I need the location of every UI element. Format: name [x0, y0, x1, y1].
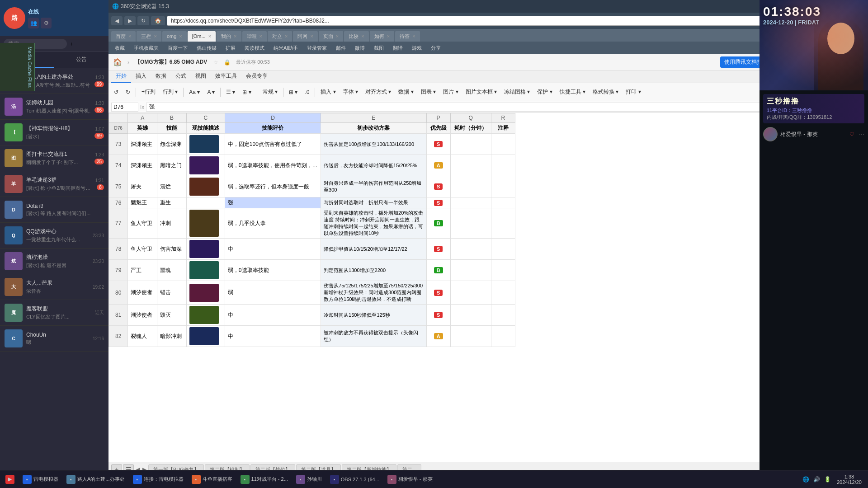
bookmark-item[interactable]: 收藏 [111, 44, 128, 52]
shortcut-btn[interactable]: 快捷工具 ▾ [557, 87, 588, 97]
bookmark-item[interactable]: 游戏 [408, 44, 425, 52]
bookmark-item[interactable]: 扩展 [222, 44, 239, 52]
taskbar-item[interactable]: ▪ 相爱恨早 - 那英 [384, 474, 436, 485]
hero-cell[interactable]: 鱼人守卫 [128, 239, 157, 260]
skill-cell[interactable]: 黑暗之门 [157, 155, 187, 176]
browser-tab[interactable]: 百度× [111, 31, 136, 42]
taskbar-item[interactable]: ▪ OBS 27.1.3 (64... [326, 474, 383, 485]
hero-cell[interactable]: 裂魂人 [128, 326, 157, 347]
network-tray-icon[interactable]: 🌐 [802, 475, 811, 484]
bookmark-item[interactable]: 分享 [427, 44, 444, 52]
cost-cell[interactable] [450, 260, 491, 281]
taskbar-item[interactable]: ▪ 11对战平台 - 2... [237, 474, 292, 485]
cost-cell[interactable] [450, 305, 491, 326]
image-text-btn[interactable]: 图片文本框 ▾ [463, 87, 500, 97]
desc-cell[interactable] [186, 208, 225, 239]
note-cell[interactable] [491, 239, 515, 260]
priority-cell[interactable]: S [426, 134, 450, 155]
desc-cell[interactable] [186, 326, 225, 347]
eval-cell[interactable]: 弱，0选取率技能 [225, 260, 321, 281]
note-cell[interactable] [491, 197, 515, 208]
announcement-tab[interactable]: 公告 [54, 52, 108, 68]
browser-tab[interactable]: omg× [162, 31, 187, 42]
sheet-home-icon[interactable]: 🏠 [113, 58, 122, 66]
taskbar-item[interactable]: ▪ 孙铀川 [292, 474, 326, 485]
hero-cell[interactable]: 潮汐使者 [128, 281, 157, 305]
eval-cell[interactable]: 中 [225, 326, 321, 347]
upgrade-cell[interactable]: 受到来自英雄的攻击时，额外增加20%的攻击速度 持续时间：冲刺开启期间一直生效，… [321, 208, 427, 239]
hero-cell[interactable]: 潮汐使者 [128, 305, 157, 326]
desc-cell[interactable] [186, 197, 225, 208]
chat-list-item[interactable]: C ChouUn 嗯 12:16 [0, 326, 108, 352]
add-icon[interactable]: ＋ [69, 40, 74, 48]
cost-cell[interactable] [450, 176, 491, 197]
bookmark-item[interactable]: 截图 [370, 44, 387, 52]
tab-close-icon[interactable]: × [234, 33, 236, 39]
cost-cell[interactable] [450, 155, 491, 176]
eval-cell[interactable]: 强 [225, 197, 321, 208]
font-size-btn[interactable]: Aa ▾ [186, 88, 203, 97]
back-button[interactable]: ◀ [111, 16, 123, 25]
sheet-menu-item[interactable]: 开始 [111, 70, 131, 83]
format-convert-btn[interactable]: 格式转换 ▾ [590, 87, 621, 97]
upgrade-cell[interactable]: 冷却时间从150秒降低至125秒 [321, 305, 427, 326]
font-size-val[interactable]: A ▾ [204, 88, 217, 97]
cost-cell[interactable] [450, 326, 491, 347]
formula-input[interactable] [146, 103, 865, 112]
font-tool-btn[interactable]: 字体 ▾ [340, 87, 361, 97]
cost-cell[interactable] [450, 239, 491, 260]
col-header-a[interactable]: A [128, 113, 157, 123]
browser-tab[interactable]: 对立× [268, 31, 292, 42]
upgrade-cell[interactable]: 伤害从固定100点增加至100/133/166/200 [321, 134, 427, 155]
browser-tab[interactable]: [Om...× [188, 31, 216, 42]
browser-tab[interactable]: 哔哩× [242, 31, 267, 42]
hero-cell[interactable]: 深渊领主 [128, 134, 157, 155]
home-button[interactable]: 🏠 [151, 16, 165, 25]
taskbar-item[interactable]: ▪ 连接：雷电模拟器 [129, 474, 187, 485]
chat-list-item[interactable]: 汤 汤姆幼儿园 Tomi机器人速递[符号]跟号机: 1:30 66 [0, 94, 108, 120]
print-btn[interactable]: 打印 ▾ [623, 87, 643, 97]
bookmark-item[interactable]: 手机收藏夹 [130, 44, 162, 52]
browser-tab[interactable]: 待答× [395, 31, 420, 42]
forward-button[interactable]: ▶ [124, 16, 136, 25]
priority-cell[interactable]: S [426, 176, 450, 197]
cost-cell[interactable] [450, 281, 491, 305]
tab-close-icon[interactable]: × [154, 33, 156, 39]
tab-close-icon[interactable]: × [387, 33, 390, 39]
bookmark-item[interactable]: 登录管家 [303, 44, 330, 52]
taskbar-item[interactable]: ▪ 斗鱼直播搭客 [188, 474, 236, 485]
hero-cell[interactable]: 屠夫 [128, 176, 157, 197]
sheet-menu-item[interactable]: 插入 [131, 70, 151, 83]
note-cell[interactable] [491, 176, 515, 197]
hero-cell[interactable]: 深渊领主 [128, 155, 157, 176]
col-header-q[interactable]: Q [450, 113, 491, 123]
note-cell[interactable] [491, 281, 515, 305]
bookmark-item[interactable]: 微博 [351, 44, 368, 52]
bookmark-item[interactable]: 纳米AI助手 [270, 44, 302, 52]
sheet-menu-item[interactable]: 视图 [191, 70, 211, 83]
desc-cell[interactable] [186, 239, 225, 260]
col-header-d[interactable]: D [225, 113, 321, 123]
insert-tool-btn[interactable]: 插入 ▾ [318, 87, 338, 97]
volume-tray-icon[interactable]: 🔊 [812, 475, 821, 484]
upgrade-cell[interactable]: 伤害从75/125/175/225增加至75/150/225/300 新增神杖升… [321, 281, 427, 305]
tab-close-icon[interactable]: × [310, 33, 313, 39]
bookmark-item[interactable]: 翻译 [389, 44, 406, 52]
address-bar[interactable] [167, 16, 836, 26]
priority-cell[interactable]: S [426, 239, 450, 260]
tab-close-icon[interactable]: × [259, 33, 262, 39]
cell-reference-input[interactable] [111, 103, 138, 112]
bookmark-item[interactable]: 邮件 [332, 44, 349, 52]
upgrade-cell[interactable]: 降低护甲值从10/15/20增加至12/17/22 [321, 239, 427, 260]
format-type-btn[interactable]: 常规 ▾ [260, 87, 280, 97]
settings-icon[interactable]: ⚙ [41, 18, 52, 28]
chat-list-item[interactable]: 【 【神车情报站-H8】 [潜水] 1:07 99 [0, 120, 108, 145]
bookmark-item[interactable]: 偶山传媒 [193, 44, 220, 52]
cost-cell[interactable] [450, 134, 491, 155]
browser-tab[interactable]: 我的× [217, 31, 241, 42]
tab-close-icon[interactable]: × [336, 33, 339, 39]
col-header-p[interactable]: P [426, 113, 450, 123]
sheet-menu-item[interactable]: 公式 [171, 70, 191, 83]
col-header-r[interactable]: R [491, 113, 515, 123]
contacts-icon[interactable]: 👥 [28, 18, 39, 28]
